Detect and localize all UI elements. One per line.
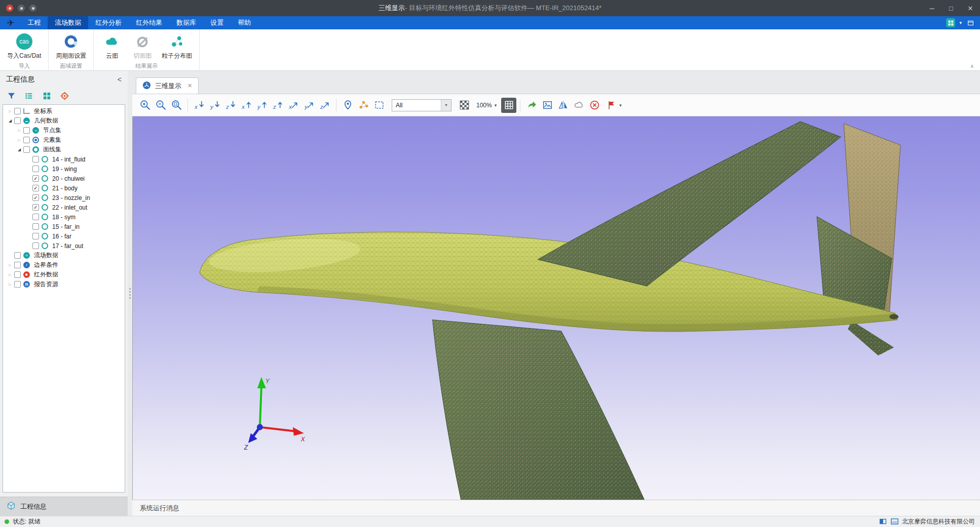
zoom-in-icon[interactable] — [137, 98, 153, 113]
tree-checkbox[interactable]: ✓ — [32, 175, 39, 182]
clear-icon[interactable] — [587, 98, 602, 113]
close-button[interactable]: ✕ — [961, 0, 980, 16]
grid-view-icon[interactable] — [42, 91, 51, 100]
grid-toggle-button[interactable] — [501, 98, 516, 113]
tree-checkbox[interactable]: ✓ — [32, 194, 39, 201]
menu-item[interactable]: 红外结果 — [129, 16, 169, 29]
menu-item[interactable]: 工程 — [20, 16, 48, 29]
tree-checkbox[interactable] — [14, 252, 21, 259]
lasso-icon[interactable] — [571, 98, 586, 113]
display-filter-select[interactable]: All ▼ — [392, 99, 451, 111]
tree-checkbox[interactable] — [23, 146, 30, 153]
expander-icon[interactable]: ▷ — [15, 135, 23, 145]
tree-checkbox[interactable] — [14, 108, 21, 114]
tree-item[interactable]: ▷元素集 — [3, 135, 125, 145]
window-style-icon[interactable] — [966, 18, 975, 27]
tree-checkbox[interactable] — [32, 166, 39, 172]
panel-collapse-icon[interactable]: < — [118, 75, 122, 84]
tree-checkbox[interactable] — [14, 262, 21, 268]
zoom-level-dropdown[interactable]: 100%▾ — [472, 102, 501, 109]
tab-close-icon[interactable]: ✕ — [187, 83, 192, 89]
viewport-3d[interactable]: Y X Z — [132, 116, 980, 500]
chevron-down-icon[interactable]: ▾ — [959, 20, 962, 25]
ribbon-button-cloud[interactable]: 云图 — [99, 32, 125, 61]
settings-icon[interactable] — [29, 5, 36, 12]
view-x-up-icon[interactable]: x — [239, 98, 254, 113]
tree-item[interactable]: 18 - sym — [3, 212, 125, 222]
tree-checkbox[interactable] — [14, 281, 21, 288]
screenshot-icon[interactable] — [18, 5, 25, 12]
box-select-icon[interactable] — [371, 98, 387, 113]
ribbon-collapse-icon[interactable]: ∧ — [970, 63, 974, 69]
tab-3d-view[interactable]: 三维显示 ✕ — [136, 77, 199, 94]
tree-item[interactable]: ✓22 - inlet_out — [3, 202, 125, 212]
tree-checkbox[interactable] — [32, 233, 39, 239]
tree-item[interactable]: ◢面线集 — [3, 145, 125, 154]
expander-icon[interactable]: ◢ — [15, 145, 23, 154]
zoom-fit-icon[interactable] — [169, 98, 184, 113]
menu-item[interactable]: 设置 — [203, 16, 231, 29]
tree-item[interactable]: 流场数据 — [3, 251, 125, 260]
rotate-y-icon[interactable]: y — [301, 98, 317, 113]
nodes-cluster-icon[interactable] — [356, 98, 371, 113]
flag-dropdown[interactable]: ▾ — [602, 100, 626, 111]
tree-item[interactable]: ▷红外数据 — [3, 270, 125, 279]
filter-icon[interactable] — [7, 91, 16, 100]
ribbon-button-slice[interactable]: 切面图 — [129, 32, 156, 61]
layout-split-icon[interactable] — [879, 518, 887, 526]
share-icon[interactable] — [524, 98, 539, 113]
layout-single-icon[interactable] — [890, 518, 898, 526]
list-view-icon[interactable] — [24, 91, 33, 100]
view-z-down-icon[interactable]: z — [223, 98, 238, 113]
tree-checkbox[interactable] — [32, 223, 39, 230]
tree-checkbox[interactable]: ✓ — [32, 204, 39, 211]
expander-icon[interactable]: ▷ — [6, 270, 14, 279]
view-y-down-icon[interactable]: y — [207, 98, 222, 113]
menu-item[interactable]: 流场数据 — [48, 16, 88, 29]
expander-icon[interactable]: ▷ — [15, 126, 23, 135]
ribbon-button-particles[interactable]: 粒子分布图 — [160, 32, 194, 61]
locate-icon[interactable] — [340, 98, 355, 113]
expander-icon[interactable]: ▷ — [6, 279, 14, 289]
snapshot-icon[interactable] — [540, 98, 555, 113]
view-y-up-icon[interactable]: y — [254, 98, 270, 113]
expander-icon[interactable]: ◢ — [6, 116, 14, 126]
tree-item[interactable]: 14 - int_fluid — [3, 154, 125, 164]
tree-item[interactable]: 19 - wing — [3, 164, 125, 174]
expander-icon[interactable]: ▷ — [6, 106, 14, 116]
tree-checkbox[interactable] — [14, 117, 21, 124]
rotate-z-icon[interactable]: z — [317, 98, 332, 113]
tree-checkbox[interactable] — [32, 242, 39, 249]
tree-item[interactable]: 16 - far — [3, 231, 125, 241]
tree-item[interactable]: ✓23 - nozzle_in — [3, 193, 125, 202]
tree-checkbox[interactable]: ✓ — [32, 185, 39, 191]
ribbon-button-cas[interactable]: cas导入Cas/Dat — [5, 32, 43, 61]
view-x-down-icon[interactable]: x — [192, 98, 207, 113]
tree-checkbox[interactable] — [23, 137, 30, 143]
ribbon-button-period[interactable]: 周期面设置 — [54, 32, 88, 61]
maximize-button[interactable]: □ — [941, 0, 961, 16]
project-info-bottom-tab[interactable]: 工程信息 — [0, 497, 128, 516]
tree-checkbox[interactable] — [23, 127, 30, 134]
record-icon[interactable] — [6, 5, 13, 12]
tree-item[interactable]: ▷坐标系 — [3, 106, 125, 116]
tree-checkbox[interactable] — [32, 156, 39, 163]
tree-item[interactable]: 17 - far_out — [3, 241, 125, 251]
menu-item[interactable]: 帮助 — [231, 16, 258, 29]
tree-item[interactable]: 15 - far_in — [3, 222, 125, 231]
tree-item[interactable]: ✓20 - chuiwei — [3, 174, 125, 183]
rotate-x-icon[interactable]: x — [286, 98, 301, 113]
texture-icon[interactable] — [457, 98, 472, 113]
menu-item[interactable]: 数据库 — [169, 16, 203, 29]
tree-item[interactable]: ✓21 - body — [3, 183, 125, 193]
locate-target-icon[interactable] — [60, 91, 69, 100]
tree-item[interactable]: ▷节点集 — [3, 126, 125, 135]
minimize-button[interactable]: ─ — [922, 0, 941, 16]
tree-item[interactable]: ◢几何数据 — [3, 116, 125, 126]
tree-item[interactable]: ▷报告资源 — [3, 279, 125, 289]
mirror-icon[interactable] — [555, 98, 571, 113]
zoom-out-icon[interactable] — [153, 98, 168, 113]
app-grid-icon[interactable] — [946, 18, 955, 27]
panel-splitter[interactable] — [128, 71, 132, 516]
expander-icon[interactable]: ▷ — [6, 260, 14, 270]
